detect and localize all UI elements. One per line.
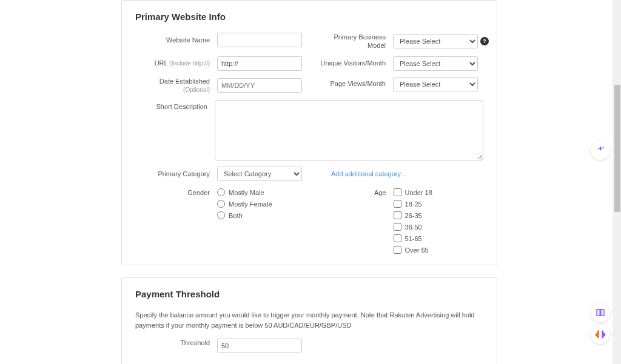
age-option[interactable]: 26-35 — [394, 211, 432, 219]
unique-visitors-label: Unique Visitors/Month — [314, 59, 393, 67]
gender-option[interactable]: Both — [217, 211, 272, 219]
primary-website-info-panel: Primary Website Info Website Name Primar… — [121, 0, 497, 265]
date-established-label: Date Established (Optional) — [135, 77, 217, 94]
business-model-label: Primary Business Model — [314, 33, 393, 50]
age-option[interactable]: Over 65 — [394, 246, 432, 254]
age-label: Age — [357, 187, 394, 197]
threshold-input[interactable] — [217, 339, 302, 353]
payment-language-panel: Payment Threshold Specify the balance am… — [121, 277, 497, 364]
page-views-label: Page Views/Month — [314, 79, 393, 88]
age-option[interactable]: 36-50 — [394, 223, 432, 231]
url-label: URL (Include http://) — [135, 59, 217, 67]
help-icon[interactable]: ? — [480, 37, 489, 45]
date-established-input[interactable] — [217, 78, 302, 93]
sparkle-icon[interactable] — [591, 141, 610, 160]
age-option[interactable]: Under 18 — [394, 188, 432, 196]
short-description-textarea[interactable] — [215, 100, 483, 160]
payment-threshold-title: Payment Threshold — [135, 289, 483, 299]
age-check-group: Under 18 18-25 26-35 36-50 51-65 Over 65 — [394, 187, 432, 254]
business-model-select[interactable]: Please Select — [393, 34, 478, 48]
unique-visitors-select[interactable]: Please Select — [393, 56, 478, 71]
primary-website-info-title: Primary Website Info — [135, 12, 483, 22]
threshold-label: Threshold — [135, 339, 217, 347]
brain-icon[interactable] — [591, 325, 610, 344]
gender-option[interactable]: Mostly Female — [217, 200, 272, 208]
page-views-select[interactable]: Please Select — [393, 77, 478, 91]
primary-category-select[interactable]: Select Category — [217, 167, 302, 181]
gender-label: Gender — [135, 187, 217, 197]
url-input[interactable] — [217, 56, 302, 71]
age-option[interactable]: 18-25 — [394, 200, 432, 208]
scrollbar-thumb[interactable] — [614, 85, 620, 212]
scrollbar[interactable] — [613, 0, 621, 364]
primary-category-label: Primary Category — [135, 170, 217, 178]
website-name-input[interactable] — [217, 33, 302, 47]
gender-radio-group: Mostly Male Mostly Female Both — [217, 187, 272, 219]
svg-point-0 — [602, 147, 603, 148]
age-option[interactable]: 51-65 — [394, 234, 432, 242]
add-category-link[interactable]: Add additional category... — [331, 170, 406, 177]
gender-option[interactable]: Mostly Male — [217, 188, 272, 196]
book-icon[interactable] — [591, 303, 610, 322]
short-description-label: Short Description — [135, 100, 215, 111]
website-name-label: Website Name — [135, 36, 217, 44]
payment-threshold-description: Specify the balance amount you would lik… — [135, 310, 483, 330]
